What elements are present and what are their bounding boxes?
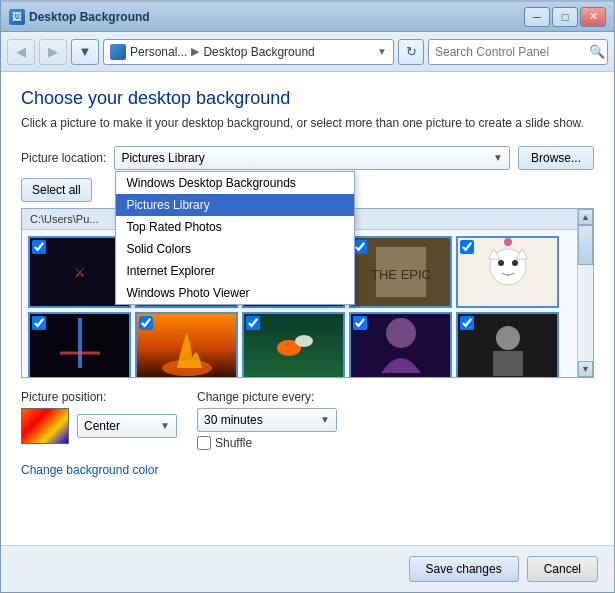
location-value: Pictures Library [121,151,493,165]
refresh-icon: ↻ [406,44,417,59]
shuffle-row: Shuffle [197,436,337,450]
footer: Save changes Cancel [1,545,614,592]
toolbar: ◀ ▶ ▼ Personal... ▶ Desktop Background ▼… [1,32,614,72]
dropdown-item-1[interactable]: Pictures Library [116,194,354,216]
change-background-color-link[interactable]: Change background color [21,463,158,477]
scroll-thumb[interactable] [578,225,593,265]
thumbnail-5[interactable] [456,236,559,308]
page-title: Choose your desktop background [21,88,594,109]
dropdown-item-3[interactable]: Solid Colors [116,238,354,260]
thumbnail-10[interactable] [456,312,559,377]
thumb-checkbox-5[interactable] [460,240,474,254]
title-bar-left: 🖼 Desktop Background [9,9,524,25]
svg-point-11 [498,260,504,266]
save-button[interactable]: Save changes [409,556,519,582]
location-dropdown-menu: Windows Desktop Backgrounds Pictures Lib… [115,171,355,305]
svg-point-27 [496,326,520,350]
position-preview [21,408,69,444]
change-every-arrow: ▼ [320,414,330,425]
position-preview-row: Center ▼ [21,408,177,444]
window-icon: 🖼 [9,9,25,25]
svg-point-25 [386,318,416,348]
thumb-checkbox-6[interactable] [32,316,46,330]
location-label: Picture location: [21,151,106,165]
position-select[interactable]: Center ▼ [77,414,177,438]
cancel-button[interactable]: Cancel [527,556,598,582]
shuffle-checkbox[interactable] [197,436,211,450]
bottom-controls: Picture position: Center ▼ Change pictur… [21,390,594,450]
position-section: Picture position: Center ▼ [21,390,177,444]
dropdown-icon: ▼ [79,44,92,59]
back-icon: ◀ [16,44,26,59]
address-bar[interactable]: Personal... ▶ Desktop Background ▼ [103,39,394,65]
scroll-up-button[interactable]: ▲ [578,209,593,225]
address-current: Desktop Background [203,45,314,59]
change-every-label: Change picture every: [197,390,337,404]
browse-button[interactable]: Browse... [518,146,594,170]
dropdown-item-4[interactable]: Internet Explorer [116,260,354,282]
thumbnail-9[interactable] [349,312,452,377]
location-row: Picture location: Pictures Library ▼ Win… [21,146,594,170]
thumb-checkbox-8[interactable] [246,316,260,330]
content-area: Choose your desktop background Click a p… [1,72,614,545]
position-label: Picture position: [21,390,177,404]
dropdown-item-2[interactable]: Top Rated Photos [116,216,354,238]
svg-point-12 [512,260,518,266]
title-bar: 🖼 Desktop Background ─ □ ✕ [1,2,614,32]
scroll-track [578,225,593,361]
shuffle-label: Shuffle [215,436,252,450]
svg-text:THE EPIC: THE EPIC [371,267,431,282]
position-arrow: ▼ [160,420,170,431]
location-select[interactable]: Pictures Library ▼ Windows Desktop Backg… [114,146,510,170]
dropdown-item-0[interactable]: Windows Desktop Backgrounds [116,172,354,194]
svg-point-15 [504,238,512,246]
thumb-checkbox-9[interactable] [353,316,367,330]
svg-text:⚔: ⚔ [74,265,86,280]
thumbnail-7[interactable] [135,312,238,377]
address-icon [110,44,126,60]
back-button[interactable]: ◀ [7,39,35,65]
thumb-checkbox-1[interactable] [32,240,46,254]
change-every-select[interactable]: 30 minutes ▼ [197,408,337,432]
change-row: 30 minutes ▼ [197,408,337,432]
title-controls: ─ □ ✕ [524,7,606,27]
dropdown-item-5[interactable]: Windows Photo Viewer [116,282,354,304]
close-button[interactable]: ✕ [580,7,606,27]
forward-icon: ▶ [48,44,58,59]
location-dropdown-arrow: ▼ [493,152,503,163]
thumbnail-4[interactable]: THE EPIC [349,236,452,308]
change-every-value: 30 minutes [204,413,320,427]
search-box: 🔍 [428,39,608,65]
change-section: Change picture every: 30 minutes ▼ Shuff… [197,390,337,450]
window-title: Desktop Background [29,10,150,24]
forward-button[interactable]: ▶ [39,39,67,65]
position-value: Center [84,419,160,433]
search-input[interactable] [435,45,585,59]
scroll-down-button[interactable]: ▼ [578,361,593,377]
maximize-button[interactable]: □ [552,7,578,27]
thumbnail-8[interactable] [242,312,345,377]
scrollbar: ▲ ▼ [577,209,593,377]
thumbnail-6[interactable] [28,312,131,377]
svg-rect-28 [493,351,523,376]
refresh-button[interactable]: ↻ [398,39,424,65]
address-prefix: Personal... [130,45,187,59]
thumb-checkbox-10[interactable] [460,316,474,330]
page-subtitle: Click a picture to make it your desktop … [21,115,594,132]
address-dropdown-icon[interactable]: ▼ [377,46,387,57]
minimize-button[interactable]: ─ [524,7,550,27]
select-all-button[interactable]: Select all [21,178,92,202]
dropdown-button[interactable]: ▼ [71,39,99,65]
address-separator: ▶ [191,45,199,58]
svg-point-23 [295,335,313,347]
search-icon[interactable]: 🔍 [589,44,605,59]
thumb-checkbox-7[interactable] [139,316,153,330]
main-window: 🖼 Desktop Background ─ □ ✕ ◀ ▶ ▼ Persona… [0,0,615,593]
